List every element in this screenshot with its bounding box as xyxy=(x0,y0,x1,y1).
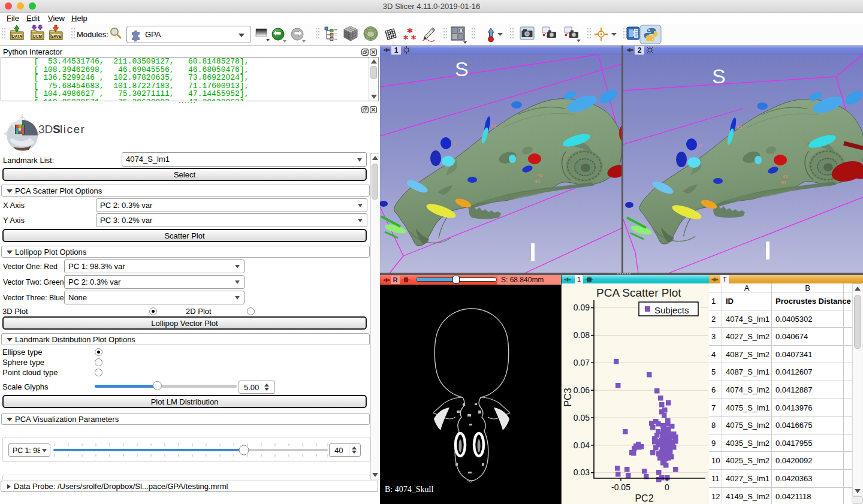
svg-text:46: 46 xyxy=(537,173,542,178)
svg-text:DCM: DCM xyxy=(33,34,42,38)
svg-text:S: S xyxy=(455,58,469,80)
svg-text:S: S xyxy=(53,123,61,135)
svg-text:DATA: DATA xyxy=(12,34,22,38)
svg-text:0.04: 0.04 xyxy=(574,440,590,450)
svg-text:0.03: 0.03 xyxy=(574,467,590,477)
svg-text:46: 46 xyxy=(783,174,788,179)
svg-text:0: 0 xyxy=(665,482,669,492)
svg-text:B: 4074_Skull: B: 4074_Skull xyxy=(385,485,433,494)
svg-text:0.08: 0.08 xyxy=(574,330,590,340)
svg-text:9: 9 xyxy=(453,141,456,147)
svg-text:9: 9 xyxy=(699,143,702,148)
svg-text:3D: 3D xyxy=(38,123,53,135)
svg-text:Subjects: Subjects xyxy=(654,305,689,315)
svg-text:0.06: 0.06 xyxy=(574,385,590,395)
svg-text:PC2: PC2 xyxy=(635,493,653,503)
svg-text:0.05: 0.05 xyxy=(574,413,590,422)
svg-text:8: 8 xyxy=(458,198,461,203)
svg-text:40: 40 xyxy=(535,179,540,184)
svg-text:45: 45 xyxy=(737,125,742,130)
svg-text:S: S xyxy=(712,65,726,87)
svg-text:40: 40 xyxy=(780,180,786,185)
svg-text:-0.05: -0.05 xyxy=(611,482,630,492)
svg-text:8: 8 xyxy=(704,199,707,204)
svg-text:45: 45 xyxy=(491,123,496,129)
svg-text:0.07: 0.07 xyxy=(574,358,590,367)
svg-text:licer: licer xyxy=(60,123,85,135)
svg-text:PCA Scatter Plot: PCA Scatter Plot xyxy=(596,286,681,299)
svg-text:SAVE: SAVE xyxy=(51,34,62,38)
svg-text:PC3: PC3 xyxy=(563,388,573,406)
svg-text:0.09: 0.09 xyxy=(574,303,590,312)
